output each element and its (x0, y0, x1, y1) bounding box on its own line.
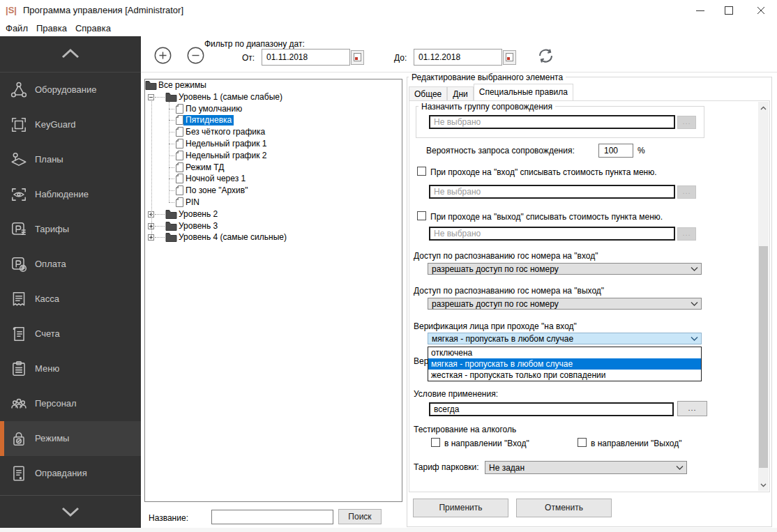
sidebar-item-label: KeyGuard (35, 107, 76, 142)
tree-connector-line (155, 226, 165, 227)
exit-charge-checkbox[interactable] (417, 211, 426, 220)
editor-scrollbar[interactable] (758, 102, 769, 491)
menu-item-2[interactable]: Справка (71, 21, 115, 36)
dropdown-option-1[interactable]: мягкая - пропускать в любом случае (428, 358, 701, 370)
parking-value: Не задан (489, 463, 525, 473)
plate-entry-select[interactable]: разрешать доступ по гос номеру (428, 263, 702, 275)
alcohol-exit-label: в направлении "Выход" (591, 439, 681, 448)
sidebar-item-equipment[interactable]: Оборудование (0, 73, 141, 107)
menu-item-0[interactable]: Файл (1, 21, 32, 36)
sidebar-item-menu[interactable]: Меню (0, 351, 141, 386)
entry-charge-input[interactable]: Не выбрано (429, 185, 675, 199)
sidebar-item-payment[interactable]: Оплата (0, 247, 141, 282)
scrollbar-thumb[interactable] (759, 246, 768, 468)
document-icon (176, 151, 183, 160)
maximize-button[interactable] (713, 0, 745, 21)
entry-charge-browse-button[interactable]: ... (677, 185, 696, 199)
folder-icon (165, 232, 177, 242)
minimize-button[interactable] (684, 0, 716, 21)
application-window: |S| Программа управления [Administrator]… (0, 0, 777, 532)
tree-connector-line (169, 202, 175, 203)
search-name-input[interactable] (211, 510, 333, 524)
sidebar-item-label: Режимы (35, 421, 69, 456)
document-icon (176, 197, 183, 207)
tree-connector-line (169, 190, 175, 191)
remove-button[interactable] (186, 46, 205, 68)
sidebar-item-label: Оплата (35, 247, 66, 282)
entry-charge-checkbox[interactable] (417, 167, 426, 176)
sidebar-item-label: Оборудование (35, 73, 96, 107)
tab-special-rules[interactable]: Специальные правила (474, 84, 573, 100)
document-icon (176, 162, 183, 172)
sidebar-item-label: Меню (35, 351, 59, 386)
scrollbar-up-button[interactable] (758, 102, 769, 114)
parking-select[interactable]: Не задан (485, 461, 687, 474)
tree-item-label: Ночной через 1 (183, 174, 248, 184)
editor-groupbox-title: Редактирование выбранного элемента (409, 73, 566, 82)
date-from-calendar-button[interactable] (351, 50, 364, 65)
sidebar-scroll-up[interactable] (0, 36, 141, 72)
sidebar-item-cashier[interactable]: Касса (0, 282, 141, 317)
sidebar-item-plans[interactable]: Планы (0, 142, 141, 177)
entry-charge-label: При проходе на "вход" списывать стоимост… (430, 167, 657, 177)
tree-connector-line (151, 101, 152, 238)
tree-item-label: Все режимы (156, 80, 209, 91)
cancel-button[interactable]: Отменить (516, 499, 612, 517)
sidebar-item-staff[interactable]: Персонал (0, 386, 141, 421)
sidebar-item-excuses[interactable]: Оправдания (0, 456, 141, 491)
refresh-button[interactable] (536, 46, 555, 68)
tree-expander-minus[interactable] (148, 94, 154, 100)
condition-input[interactable]: всегда (429, 402, 674, 416)
alcohol-entry-label: в направлении "Вход" (444, 439, 529, 448)
escort-browse-button[interactable]: ... (677, 116, 696, 129)
alcohol-exit-checkbox[interactable] (578, 438, 587, 447)
tree-item-label: Режим ТД (183, 162, 226, 173)
tab-days[interactable]: Дни (447, 86, 473, 100)
search-button[interactable]: Поиск (338, 509, 382, 524)
folder-icon (145, 80, 157, 90)
escort-group-input[interactable]: Не выбрано (429, 115, 675, 129)
face-entry-select[interactable]: мягкая - пропускать в любом случае (428, 333, 702, 344)
exit-charge-label: При проходе на "выход" списывать стоимос… (430, 212, 663, 222)
condition-browse-button[interactable]: ... (677, 401, 707, 416)
exit-charge-browse-button[interactable]: ... (677, 227, 696, 241)
sidebar-item-tariffs[interactable]: Тарифы (0, 212, 141, 247)
tree-item-label: Недельный график 2 (183, 151, 269, 161)
alcohol-label: Тестирование на алкоголь (414, 425, 516, 434)
sidebar-item-accounts[interactable]: Счета (0, 317, 141, 351)
add-button[interactable] (153, 46, 172, 68)
apply-button[interactable]: Применить (413, 499, 508, 517)
plate-entry-label: Доступ по распознаванию гос номера на "в… (414, 251, 598, 261)
alcohol-entry-checkbox[interactable] (431, 438, 440, 447)
folder-icon (165, 209, 177, 219)
chevron-down-icon (60, 506, 81, 517)
tree-connector-line (169, 144, 175, 144)
close-button[interactable] (745, 0, 777, 21)
tab-general[interactable]: Общее (409, 86, 447, 100)
exit-charge-input[interactable]: Не выбрано (429, 227, 675, 241)
dropdown-option-0[interactable]: отключена (428, 347, 701, 358)
close-icon (755, 5, 767, 16)
plate-exit-select[interactable]: разрешать доступ по гос номеру (428, 298, 702, 310)
sidebar-item-label: Касса (35, 282, 59, 317)
probability-input[interactable]: 100 (598, 144, 633, 158)
tree-connector-line (155, 97, 165, 98)
sidebar-item-surveillance[interactable]: Наблюдение (0, 177, 141, 212)
escort-groupbox-title: Назначить группу сопровождения (418, 102, 555, 112)
sidebar-scroll-down[interactable] (0, 496, 141, 528)
sidebar-item-modes[interactable]: Режимы (0, 421, 141, 456)
scrollbar-down-button[interactable] (758, 479, 769, 491)
chevron-down-icon (691, 301, 698, 307)
date-from-input[interactable]: 01.11.2018 (262, 49, 350, 66)
face-entry-value: мягкая - пропускать в любом случае (432, 334, 573, 344)
excuses-icon (10, 464, 28, 482)
date-to-input[interactable]: 01.12.2018 (414, 49, 502, 66)
plate-exit-label: Доступ по распознаванию гос номера на "в… (414, 286, 604, 296)
app-icon: |S| (6, 5, 17, 15)
sidebar-item-keyguard[interactable]: KeyGuard (0, 107, 141, 142)
menu-item-1[interactable]: Правка (32, 21, 71, 36)
minimize-icon (695, 5, 706, 16)
dropdown-option-2[interactable]: жесткая - пропускать только при совпаден… (428, 370, 701, 381)
modes-icon (10, 430, 28, 448)
date-to-calendar-button[interactable] (503, 50, 516, 65)
